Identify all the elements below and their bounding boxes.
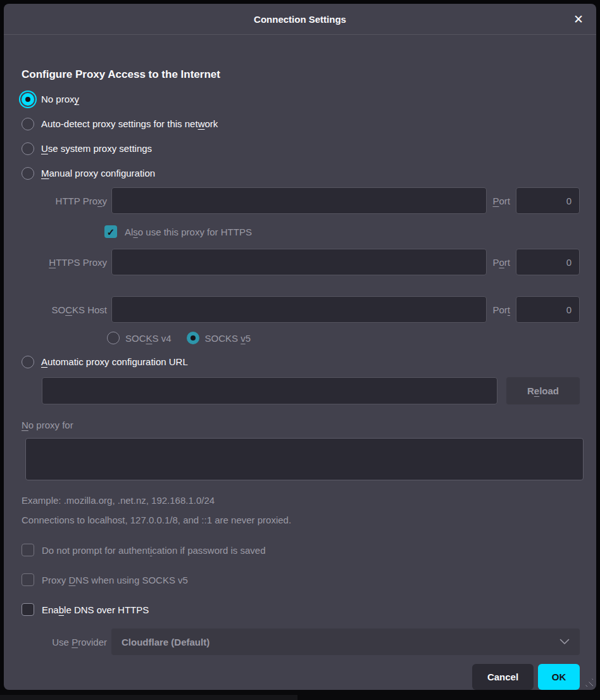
also-https-label: Also use this proxy for HTTPS xyxy=(125,227,252,237)
radio-row-manual-proxy[interactable]: Manual proxy configuration xyxy=(22,161,580,185)
https-proxy-row: HTTPS Proxy Port xyxy=(22,249,580,275)
dialog-title: Connection Settings xyxy=(254,14,346,25)
ok-button[interactable]: OK xyxy=(538,664,580,690)
auto-config-url-input[interactable] xyxy=(42,377,497,404)
radio-row-auto-url[interactable]: Automatic proxy configuration URL xyxy=(22,349,580,374)
proxy-dns-row[interactable]: Proxy DNS when using SOCKS v5 xyxy=(22,571,580,589)
auto-config-url-row: Reload xyxy=(22,377,580,404)
page-background-strip xyxy=(0,690,600,700)
no-proxy-for-textarea[interactable] xyxy=(25,438,584,480)
https-proxy-label: HTTPS Proxy xyxy=(22,257,107,268)
background-page-edge xyxy=(0,695,297,700)
provider-dropdown-value: Cloudflare (Default) xyxy=(122,637,559,647)
socks-v4-label: SOCKS v4 xyxy=(125,333,172,344)
socks-v4-option[interactable]: SOCKS v4 xyxy=(107,332,172,344)
http-proxy-row: HTTP Proxy Port xyxy=(22,187,580,214)
page-title: Configure Proxy Access to the Internet xyxy=(22,68,580,82)
radio-auto-detect[interactable] xyxy=(22,118,34,130)
radio-system-proxy[interactable] xyxy=(22,142,34,155)
radio-auto-detect-label: Auto-detect proxy settings for this netw… xyxy=(41,118,218,129)
dialog-titlebar: Connection Settings ✕ xyxy=(4,4,596,35)
https-port-input[interactable] xyxy=(516,249,580,275)
radio-auto-url-label: Automatic proxy configuration URL xyxy=(41,356,188,367)
radio-system-proxy-label: Use system proxy settings xyxy=(41,143,152,154)
radio-row-auto-detect[interactable]: Auto-detect proxy settings for this netw… xyxy=(22,111,580,136)
reload-button[interactable]: Reload xyxy=(506,377,580,404)
no-proxy-for-label: No proxy for xyxy=(22,419,580,432)
radio-row-system-proxy[interactable]: Use system proxy settings xyxy=(22,136,580,161)
chevron-down-icon xyxy=(559,639,570,645)
enable-doh-row[interactable]: Enable DNS over HTTPS xyxy=(22,601,580,618)
no-prompt-auth-label: Do not prompt for authentication if pass… xyxy=(42,545,266,556)
dialog-content: Configure Proxy Access to the Internet N… xyxy=(4,35,596,656)
socks-host-row: SOCKS Host Port xyxy=(22,296,580,323)
cancel-button[interactable]: Cancel xyxy=(472,664,534,690)
proxy-dns-label: Proxy DNS when using SOCKS v5 xyxy=(42,575,188,585)
also-https-row[interactable]: ✓ Also use this proxy for HTTPS xyxy=(22,223,580,241)
socks-version-row: SOCKS v4 SOCKS v5 xyxy=(22,330,580,346)
radio-no-proxy[interactable] xyxy=(22,93,34,106)
https-port-label: Port xyxy=(492,257,510,268)
radio-no-proxy-label: No proxy xyxy=(41,94,79,104)
radio-manual-proxy[interactable] xyxy=(22,167,34,180)
https-proxy-input[interactable] xyxy=(111,249,487,275)
radio-socks-v4[interactable] xyxy=(107,332,120,344)
radio-socks-v5[interactable] xyxy=(187,332,199,344)
check-icon: ✓ xyxy=(107,227,115,237)
http-proxy-input[interactable] xyxy=(111,187,487,214)
socks-port-input[interactable] xyxy=(516,296,580,323)
socks-v5-label: SOCKS v5 xyxy=(205,333,251,344)
provider-row: Use Provider Cloudflare (Default) xyxy=(22,628,580,655)
connection-settings-dialog: Connection Settings ✕ Configure Proxy Ac… xyxy=(4,4,596,690)
close-icon[interactable]: ✕ xyxy=(570,11,587,28)
use-provider-label: Use Provider xyxy=(22,637,107,647)
http-port-input[interactable] xyxy=(516,187,580,214)
socks-v5-option[interactable]: SOCKS v5 xyxy=(187,332,251,344)
no-prompt-auth-checkbox[interactable] xyxy=(22,544,34,556)
radio-manual-proxy-label: Manual proxy configuration xyxy=(41,168,155,178)
radio-auto-url[interactable] xyxy=(22,356,34,368)
no-prompt-auth-row[interactable]: Do not prompt for authentication if pass… xyxy=(22,541,580,559)
socks-host-label: SOCKS Host xyxy=(22,304,107,315)
proxy-dns-checkbox[interactable] xyxy=(22,573,34,586)
socks-port-label: Port xyxy=(492,304,510,315)
enable-doh-checkbox[interactable] xyxy=(22,603,34,616)
enable-doh-label: Enable DNS over HTTPS xyxy=(42,604,149,615)
no-proxy-note-text: Connections to localhost, 127.0.0.1/8, a… xyxy=(22,514,580,526)
radio-row-no-proxy[interactable]: No proxy xyxy=(22,87,580,111)
http-proxy-label: HTTP Proxy xyxy=(22,196,107,206)
http-port-label: Port xyxy=(492,196,510,206)
also-https-checkbox[interactable]: ✓ xyxy=(104,225,117,238)
provider-dropdown[interactable]: Cloudflare (Default) xyxy=(111,628,580,655)
socks-host-input[interactable] xyxy=(111,296,487,323)
no-proxy-example-text: Example: .mozilla.org, .net.nz, 192.168.… xyxy=(22,494,580,506)
dialog-footer: Cancel OK xyxy=(4,656,596,690)
